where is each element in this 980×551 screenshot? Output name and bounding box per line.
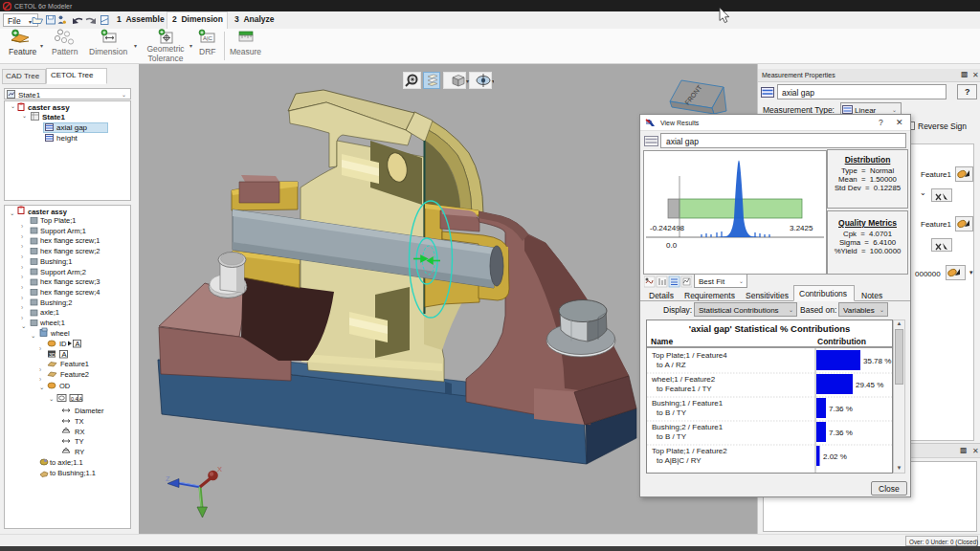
svg-text:to axle;1.1: to axle;1.1 [50, 458, 83, 467]
svg-text:0.0: 0.0 [666, 241, 678, 250]
svg-text:Feature2: Feature2 [60, 370, 89, 379]
svg-text:Feature1: Feature1 [60, 360, 89, 368]
svg-text:Top Plate;1 / Feature2: Top Plate;1 / Feature2 [652, 447, 727, 455]
svg-text:⌄: ⌄ [10, 209, 14, 216]
svg-text:OD: OD [59, 382, 71, 390]
svg-text:›: › [21, 284, 23, 291]
svg-text:A: A [62, 350, 67, 359]
svg-text:Support Arm;1: Support Arm;1 [40, 227, 86, 235]
svg-text:to Feature1 / TY: to Feature1 / TY [657, 385, 712, 393]
svg-text:›: › [21, 274, 23, 280]
svg-text:35.78 %: 35.78 % [863, 357, 891, 365]
svg-text:Top Plate;1 / Feature4: Top Plate;1 / Feature4 [652, 351, 727, 360]
svg-text:-0.242498: -0.242498 [650, 224, 685, 232]
svg-text:›: › [39, 366, 41, 373]
svg-text:7.36 %: 7.36 % [829, 429, 853, 437]
svg-text:'axial gap' Statistical % Cont: 'axial gap' Statistical % Contributions [689, 323, 851, 334]
svg-text:wheel: wheel [50, 329, 70, 338]
svg-text:›: › [21, 223, 23, 230]
svg-text:X: X [217, 465, 222, 474]
svg-text:⌄: ⌄ [31, 332, 35, 339]
svg-text:›: › [21, 233, 23, 240]
svg-text:0.4: 0.4 [71, 396, 78, 402]
svg-text:RY: RY [75, 448, 84, 456]
svg-text:Top Plate;1: Top Plate;1 [40, 216, 77, 225]
svg-text:A: A [76, 340, 80, 348]
svg-text:29.45 %: 29.45 % [856, 381, 883, 389]
svg-text:›: › [21, 304, 23, 311]
svg-text:›: › [21, 243, 23, 250]
svg-text:ID: ID [59, 340, 67, 348]
svg-text:hex flange screw;2: hex flange screw;2 [40, 247, 100, 255]
svg-text:to A / RZ: to A / RZ [657, 361, 686, 369]
svg-text:3D: 3D [49, 352, 56, 358]
svg-text:wheel;1: wheel;1 [39, 319, 65, 327]
svg-text:A: A [79, 396, 83, 402]
svg-text:›: › [21, 253, 23, 260]
svg-text:›: › [39, 345, 41, 352]
svg-text:▾: ▾ [466, 78, 469, 84]
svg-text:wheel;1 / Feature2: wheel;1 / Feature2 [651, 375, 716, 384]
svg-text:Bushing;2: Bushing;2 [40, 298, 72, 307]
svg-text:TX: TX [75, 417, 84, 426]
svg-text:3.2425: 3.2425 [790, 224, 813, 232]
svg-text:Diameter: Diameter [75, 407, 104, 415]
svg-text:to B / TY: to B / TY [657, 432, 687, 441]
svg-text:Contribution: Contribution [817, 337, 866, 346]
svg-text:A|C: A|C [203, 35, 213, 41]
svg-text:⌄: ⌄ [49, 395, 54, 402]
svg-text:Bushing;1 / Feature1: Bushing;1 / Feature1 [652, 399, 724, 408]
svg-text:TY: TY [75, 437, 84, 446]
svg-text:›: › [21, 295, 23, 301]
svg-text:Z: Z [166, 474, 170, 483]
svg-text:to Bushing;1.1: to Bushing;1.1 [50, 469, 96, 477]
svg-text:Bushing;2 / Feature1: Bushing;2 / Feature1 [652, 423, 724, 431]
svg-text:›: › [21, 264, 23, 271]
svg-text:to B / TY: to B / TY [657, 408, 687, 417]
svg-text:⌄: ⌄ [21, 322, 26, 329]
svg-text:to A|B|C / RY: to A|B|C / RY [657, 456, 702, 465]
svg-text:hex flange screw;3: hex flange screw;3 [40, 277, 100, 286]
svg-text:Support Arm;2: Support Arm;2 [40, 268, 86, 276]
svg-text:▾: ▾ [492, 78, 494, 84]
svg-text:2.02 %: 2.02 % [823, 452, 847, 461]
svg-text:Bushing;1: Bushing;1 [40, 257, 72, 266]
svg-text:7.36 %: 7.36 % [829, 405, 853, 413]
svg-text:hex flange screw;1: hex flange screw;1 [40, 236, 100, 245]
svg-text:RX: RX [75, 428, 84, 436]
svg-text:axle;1: axle;1 [40, 308, 59, 317]
svg-text:›: › [21, 315, 23, 321]
svg-text:caster assy: caster assy [28, 208, 68, 216]
svg-text:⌄: ⌄ [39, 384, 44, 390]
svg-text:›: › [39, 376, 41, 383]
svg-text:Name: Name [651, 337, 673, 346]
svg-text:hex flange screw;4: hex flange screw;4 [40, 288, 100, 297]
